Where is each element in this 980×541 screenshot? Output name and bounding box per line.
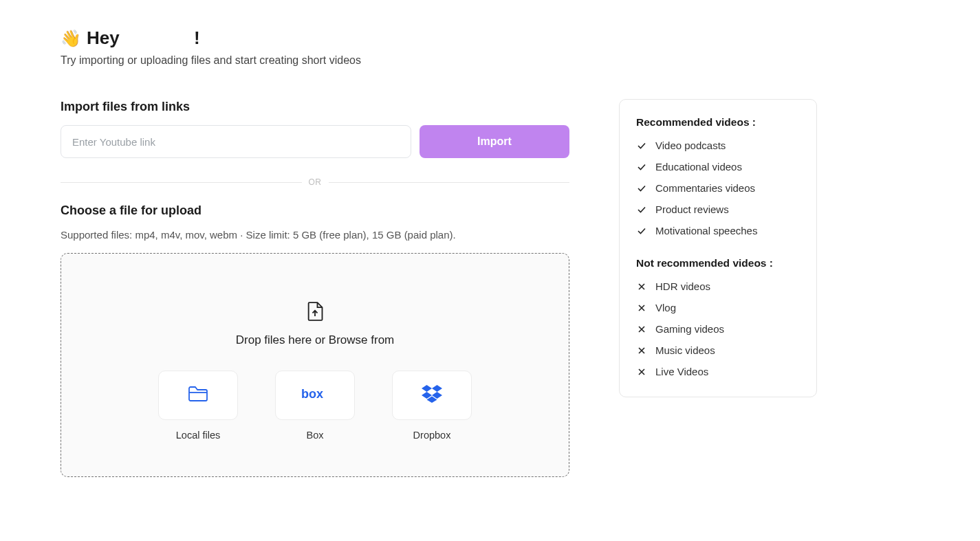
list-item: Motivational speeches [636, 225, 800, 236]
list-item: Live Videos [636, 366, 800, 377]
check-icon [636, 141, 647, 151]
upload-dropbox[interactable]: Dropbox [392, 371, 472, 441]
close-icon [636, 346, 647, 355]
source-label-local: Local files [176, 430, 220, 441]
source-label-dropbox: Dropbox [413, 430, 451, 441]
check-icon [636, 205, 647, 214]
close-icon [636, 368, 647, 376]
list-item: Product reviews [636, 203, 800, 215]
wave-icon: 👋 [61, 29, 81, 48]
upload-local-files[interactable]: Local files [158, 371, 238, 441]
list-item: Gaming videos [636, 323, 800, 335]
svg-marker-1 [422, 385, 432, 392]
greeting-text: Hey ! [87, 27, 200, 49]
import-button[interactable]: Import [420, 125, 569, 158]
youtube-link-input[interactable] [61, 125, 411, 158]
list-item: Vlog [636, 302, 800, 313]
folder-icon [188, 386, 208, 405]
close-icon [636, 325, 647, 333]
or-text: OR [309, 177, 322, 187]
dropzone[interactable]: Drop files here or Browse from Local fil… [61, 253, 569, 477]
dropbox-logo-icon [422, 385, 442, 406]
subtitle: Try importing or uploading files and sta… [61, 54, 569, 67]
box-logo-icon: box [301, 386, 329, 404]
greeting-row: 👋 Hey ! [61, 27, 569, 49]
check-icon [636, 226, 647, 236]
recommended-title: Recommended videos : [636, 116, 800, 129]
check-icon [636, 184, 647, 193]
import-section-title: Import files from links [61, 100, 569, 114]
dropzone-text: Drop files here or Browse from [236, 333, 395, 347]
close-icon [636, 283, 647, 291]
close-icon [636, 304, 647, 312]
list-item: Commentaries videos [636, 182, 800, 194]
list-item: Video podcasts [636, 140, 800, 151]
file-upload-icon [307, 302, 323, 324]
svg-marker-2 [432, 385, 442, 392]
source-label-box: Box [307, 430, 324, 441]
svg-text:box: box [301, 387, 323, 401]
recommendations-panel: Recommended videos : Video podcasts Educ… [619, 99, 817, 397]
or-divider: OR [61, 177, 569, 187]
upload-box[interactable]: box Box [275, 371, 355, 441]
not-recommended-title: Not recommended videos : [636, 257, 800, 269]
list-item: Music videos [636, 344, 800, 356]
list-item: Educational videos [636, 161, 800, 173]
check-icon [636, 162, 647, 172]
upload-hint: Supported files: mp4, m4v, mov, webm · S… [61, 229, 569, 241]
list-item: HDR videos [636, 280, 800, 292]
upload-section-title: Choose a file for upload [61, 203, 569, 218]
